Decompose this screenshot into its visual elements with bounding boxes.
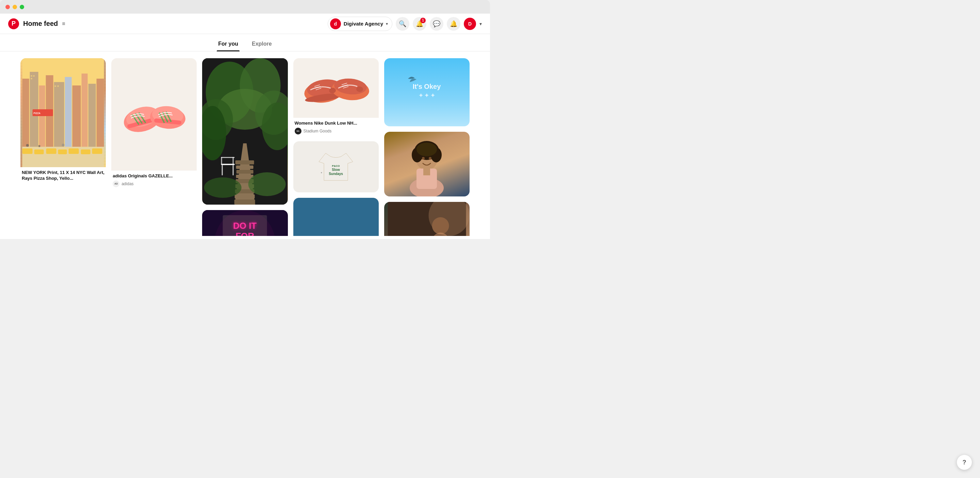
pin-info-nike: Womens Nike Dunk Low NH... SG Stadium Go…	[293, 118, 379, 136]
pin-card-bizad[interactable]: Your business success is built on clear …	[384, 202, 469, 236]
window-chrome	[0, 0, 490, 14]
account-switcher[interactable]: d Digivate Agency ▾	[328, 17, 392, 31]
pin-image-nike	[293, 58, 379, 118]
minimize-button[interactable]	[13, 5, 17, 9]
svg-text:It's Okey: It's Okey	[413, 83, 441, 90]
pin-card-neon[interactable]: DO IT DO IT FOR FOR THE THE PLOT PLOT	[202, 210, 288, 236]
svg-point-26	[62, 144, 65, 147]
pinterest-logo[interactable]: P	[8, 18, 19, 29]
tab-for-you-label: For you	[218, 41, 238, 47]
pin-card-nike[interactable]: Womens Nike Dunk Low NH... SG Stadium Go…	[293, 58, 379, 136]
person-svg	[393, 132, 461, 196]
svg-rect-5	[54, 82, 64, 147]
pin-image-bizad	[384, 202, 469, 236]
svg-rect-11	[31, 75, 32, 76]
bizad-img-svg	[384, 202, 469, 236]
pin-title-nike: Womens Nike Dunk Low NH...	[295, 121, 377, 126]
pin-image-adidas	[111, 58, 197, 170]
svg-point-66	[248, 172, 286, 196]
pin-card-nyc[interactable]: PIZZA NEW YORK Print, 11 X 14 NYC Wall A…	[21, 58, 106, 183]
tabs-container: For you Explore	[0, 34, 490, 51]
tab-explore[interactable]: Explore	[250, 38, 273, 51]
pin-card-adidas[interactable]: adidas Originals GAZELLE... AD adidas	[111, 58, 197, 189]
tab-explore-label: Explore	[252, 41, 272, 47]
pin-image-neon: DO IT DO IT FOR FOR THE THE PLOT PLOT	[202, 210, 288, 236]
search-icon: 🔍	[399, 20, 406, 27]
svg-rect-13	[31, 78, 32, 79]
pin-image-nyc: PIZZA	[21, 58, 106, 167]
itsokay-svg: It's Okey ✦ ✦ ✦	[401, 65, 452, 120]
svg-rect-56	[235, 194, 255, 199]
source-logo-adidas: AD	[113, 180, 119, 187]
alerts-icon: 🔔	[450, 20, 457, 27]
svg-rect-14	[55, 86, 56, 87]
svg-rect-63	[233, 157, 234, 164]
pin-image-itsokay: It's Okey ✦ ✦ ✦	[384, 58, 469, 126]
pin-image-garden	[202, 58, 288, 205]
svg-point-122	[429, 157, 431, 160]
svg-text:P&CO: P&CO	[332, 164, 340, 167]
user-avatar-button[interactable]: D	[464, 18, 476, 30]
search-button[interactable]: 🔍	[396, 17, 409, 31]
svg-rect-49	[235, 160, 254, 164]
tab-for-you[interactable]: For you	[217, 38, 240, 51]
hamburger-icon[interactable]: ≡	[62, 21, 65, 27]
app-container: P Home feed ≡ d Digivate Agency ▾ 🔍 🔔 1 …	[0, 14, 490, 239]
svg-rect-7	[73, 86, 81, 147]
notifications-button[interactable]: 🔔 1	[413, 17, 426, 31]
pin-image-person	[384, 132, 469, 196]
pin-card-person[interactable]	[384, 132, 469, 196]
pin-card-tshirt[interactable]: ✦ P&CO Slow Sundays	[293, 141, 379, 192]
neon-svg: DO IT DO IT FOR FOR THE THE PLOT PLOT	[202, 210, 288, 236]
account-caret-icon[interactable]: ▾	[479, 21, 482, 27]
svg-rect-21	[69, 148, 79, 154]
svg-rect-8	[82, 73, 88, 147]
svg-rect-17	[22, 148, 33, 154]
source-logo-nike: SG	[295, 127, 301, 134]
svg-point-24	[26, 144, 29, 147]
maximize-button[interactable]	[20, 5, 24, 9]
account-avatar: d	[330, 18, 341, 29]
svg-point-120	[417, 143, 437, 156]
nike-svg	[300, 66, 372, 110]
svg-rect-60	[233, 165, 234, 175]
svg-rect-20	[58, 150, 67, 154]
pin-grid: PIZZA NEW YORK Print, 11 X 14 NYC Wall A…	[21, 58, 469, 236]
account-initial: d	[334, 21, 337, 27]
content-area: PIZZA NEW YORK Print, 11 X 14 NYC Wall A…	[0, 51, 490, 236]
pin-image-blue	[293, 198, 379, 236]
pin-source-adidas: AD adidas	[113, 180, 195, 187]
svg-rect-19	[46, 148, 56, 154]
close-button[interactable]	[5, 5, 10, 9]
pin-card-itsokay[interactable]: It's Okey ✦ ✦ ✦	[384, 58, 469, 126]
nyc-svg: PIZZA	[21, 58, 106, 167]
user-initial: D	[468, 21, 472, 27]
pin-card-blue[interactable]	[293, 198, 379, 236]
svg-point-128	[432, 217, 449, 234]
messages-icon: 💬	[433, 20, 440, 27]
adidas-svg	[120, 89, 188, 140]
messages-button[interactable]: 💬	[430, 17, 443, 31]
svg-text:✦: ✦	[321, 171, 323, 174]
svg-text:✦ ✦ ✦: ✦ ✦ ✦	[418, 92, 435, 99]
svg-rect-59	[222, 165, 223, 175]
svg-rect-52	[236, 175, 253, 178]
page-title: Home feed	[23, 20, 58, 27]
alerts-button[interactable]: 🔔	[447, 17, 460, 31]
svg-text:Sundays: Sundays	[329, 172, 343, 176]
svg-text:PIZZA: PIZZA	[34, 112, 40, 115]
svg-rect-62	[221, 157, 222, 164]
svg-point-65	[204, 177, 242, 198]
pin-title-nyc: NEW YORK Print, 11 X 14 NYC Wall Art, Ra…	[22, 170, 105, 182]
notification-badge: 1	[420, 18, 426, 23]
svg-rect-15	[57, 86, 59, 87]
header-left: P Home feed ≡	[8, 18, 65, 29]
svg-rect-50	[236, 166, 253, 169]
chevron-down-icon: ▾	[386, 21, 388, 26]
tshirt-svg: ✦ P&CO Slow Sundays	[315, 147, 356, 187]
pin-source-nike: SG Stadium Goods	[295, 127, 377, 134]
svg-text:Slow: Slow	[332, 168, 340, 172]
pin-card-garden[interactable]	[202, 58, 288, 205]
garden-svg	[202, 58, 288, 205]
svg-rect-57	[234, 199, 255, 205]
